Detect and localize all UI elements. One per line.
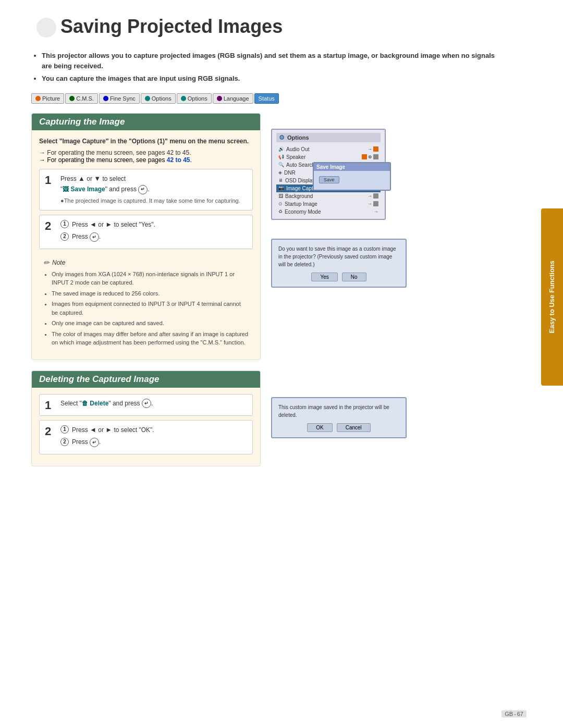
note-3: Images from equipment connected to INPUT… xyxy=(52,300,249,317)
menu-picture-label: Picture xyxy=(42,95,60,102)
enter-icon-4: ↵ xyxy=(90,438,99,447)
menu-cms-label: C.M.S. xyxy=(76,95,94,102)
confirm-dialog: Do you want to save this image as a cust… xyxy=(271,239,407,288)
main-content: Capturing the Image Select "Image Captur… xyxy=(31,113,506,477)
del-step2-content: 1 Press ◄ or ► to select "OK". 2 Press ↵… xyxy=(60,425,247,450)
ok-button[interactable]: OK xyxy=(307,423,332,432)
circle-2: 2 xyxy=(60,232,69,241)
note-4: Only one image can be captured and saved… xyxy=(52,319,249,328)
spacer xyxy=(271,288,506,392)
deleting-header: Deleting the Captured Image xyxy=(32,371,260,388)
del-step1-num: 1 xyxy=(45,400,55,411)
menu-bar: Picture C.M.S. Fine Sync Options Options… xyxy=(31,93,506,104)
note-2: The saved image is reduced to 256 colors… xyxy=(52,289,249,298)
confirm-buttons: Yes No xyxy=(278,273,399,281)
del-circle-1: 1 xyxy=(60,425,69,434)
step2-sub2: 2 Press ↵. xyxy=(60,232,247,242)
note-section: ✏ Note Only images from XGA (1024 × 768)… xyxy=(39,254,253,353)
step2-sub1: 1 Press ◄ or ► to select "Yes". xyxy=(60,219,247,230)
intro-bullets: This projector allows you to capture pro… xyxy=(31,51,506,84)
deleting-body: 1 Select "🗑 Delete" and press ↵. 2 1 Pre… xyxy=(32,388,260,466)
page-num-divider: - xyxy=(514,711,516,717)
capturing-title: Capturing the Image xyxy=(39,117,253,127)
capture-instruction: Select "Image Capture" in the "Options (… xyxy=(39,137,253,146)
capture-arrow-link: → For operating the menu screen, see pag… xyxy=(39,149,253,156)
side-tab: Easy to Use Functions xyxy=(541,208,563,386)
save-btn[interactable]: Save xyxy=(319,176,339,183)
page-title: Saving Projected Images xyxy=(31,16,506,38)
save-image-content: Save xyxy=(319,174,385,186)
step1-subnote: ●The projected image is captured. It may… xyxy=(60,196,247,206)
capture-step2: 2 1 Press ◄ or ► to select "Yes". 2 Pres… xyxy=(39,215,253,249)
yes-button[interactable]: Yes xyxy=(311,273,337,281)
menu-language[interactable]: Language xyxy=(213,93,253,104)
no-button[interactable]: No xyxy=(342,273,366,281)
page-num-text: GB xyxy=(505,711,513,717)
page-num-badge: GB-67 xyxy=(501,710,527,718)
side-tab-label: Easy to Use Functions xyxy=(548,261,557,333)
step2-content: 1 Press ◄ or ► to select "Yes". 2 Press … xyxy=(60,219,247,244)
options-outer: ⚙ Options 🔊 Audio Out → 📢 Speaker ⊕ xyxy=(271,129,506,228)
confirm-text: Do you want to save this image as a cust… xyxy=(278,245,399,268)
menu-finesync-icon xyxy=(103,96,108,101)
options-row-economy: ♻ Economy Mode → xyxy=(276,208,381,216)
save-image-popup: Save Image Save xyxy=(313,162,391,191)
menu-options2-label: Options xyxy=(188,95,207,102)
capturing-body: Select "Image Capture" in the "Options (… xyxy=(32,130,260,360)
note-1: Only images from XGA (1024 × 768) non-in… xyxy=(52,270,249,287)
step1-num: 1 xyxy=(45,175,55,186)
capture-page-ref: → For operating the menu screen, see pag… xyxy=(39,156,253,164)
capture-step1: 1 Press ▲ or ▼ to select "🖼 Save Image" … xyxy=(39,169,253,211)
delete-buttons: OK Cancel xyxy=(278,423,399,432)
menu-cms-icon xyxy=(69,96,75,101)
menu-finesync-label: Fine Sync xyxy=(110,95,136,102)
intro-bullet-1: This projector allows you to capture pro… xyxy=(42,51,506,71)
intro-bullet-2: You can capture the images that are inpu… xyxy=(42,73,506,84)
capturing-section: Capturing the Image Select "Image Captur… xyxy=(31,113,261,360)
menu-language-label: Language xyxy=(224,95,249,102)
menu-options2-icon xyxy=(181,96,186,101)
note-list: Only images from XGA (1024 × 768) non-in… xyxy=(43,270,249,347)
step2-num: 2 xyxy=(45,220,55,232)
del-circle-2: 2 xyxy=(60,438,69,446)
menu-language-icon xyxy=(217,96,222,101)
del-step1-content: Select "🗑 Delete" and press ↵. xyxy=(60,399,247,409)
options-row-audioout: 🔊 Audio Out → xyxy=(276,145,381,153)
menu-options1-label: Options xyxy=(152,95,172,102)
menu-status[interactable]: Status xyxy=(254,93,279,104)
options-panel-title: ⚙ Options xyxy=(276,133,381,142)
options-row-startup: ⊙ Startup Image → xyxy=(276,200,381,208)
menu-finesync[interactable]: Fine Sync xyxy=(99,93,140,104)
enter-icon-1: ↵ xyxy=(138,185,148,194)
menu-options2[interactable]: Options xyxy=(177,93,212,104)
menu-options1-icon xyxy=(145,96,150,101)
note-title: ✏ Note xyxy=(43,258,249,267)
options-row-background: 🖼 Background → xyxy=(276,192,381,200)
delete-dialog: This custom image saved in the projector… xyxy=(271,397,407,438)
delete-step1: 1 Select "🗑 Delete" and press ↵. xyxy=(39,394,253,416)
menu-options1[interactable]: Options xyxy=(141,93,176,104)
delete-step2: 2 1 Press ◄ or ► to select "OK". 2 Press… xyxy=(39,420,253,454)
cancel-button[interactable]: Cancel xyxy=(337,423,371,432)
deleting-section: Deleting the Captured Image 1 Select "🗑 … xyxy=(31,371,261,466)
page-num-value: 67 xyxy=(517,711,523,717)
right-column: ⚙ Options 🔊 Audio Out → 📢 Speaker ⊕ xyxy=(271,113,506,477)
left-column: Capturing the Image Select "Image Captur… xyxy=(31,113,261,477)
del-step2-sub2: 2 Press ↵. xyxy=(60,437,247,447)
menu-status-label: Status xyxy=(259,95,275,102)
enter-icon-2: ↵ xyxy=(90,232,99,242)
menu-picture[interactable]: Picture xyxy=(31,93,64,104)
options-row-speaker: 📢 Speaker ⊕ xyxy=(276,153,381,161)
right-panel: ⚙ Options 🔊 Audio Out → 📢 Speaker ⊕ xyxy=(271,118,506,438)
page-number: GB-67 xyxy=(501,710,527,718)
del-step2-sub1: 1 Press ◄ or ► to select "OK". xyxy=(60,425,247,436)
del-step2-num: 2 xyxy=(45,426,55,437)
menu-cms[interactable]: C.M.S. xyxy=(65,93,98,104)
circle-1: 1 xyxy=(60,220,69,228)
save-image-popup-title: Save Image xyxy=(314,163,390,171)
delete-text: This custom image saved in the projector… xyxy=(278,403,399,419)
deleting-title: Deleting the Captured Image xyxy=(39,374,253,385)
step1-content: Press ▲ or ▼ to select "🖼 Save Image" an… xyxy=(60,174,247,206)
note-5: The color of images may differ before an… xyxy=(52,330,249,347)
menu-picture-icon xyxy=(35,96,41,101)
